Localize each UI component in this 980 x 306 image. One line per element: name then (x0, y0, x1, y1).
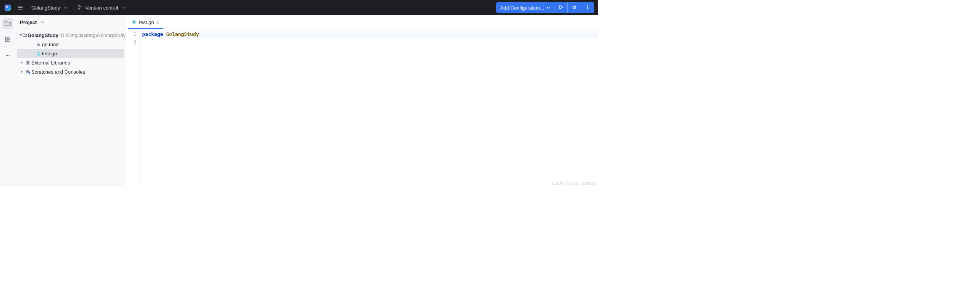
svg-point-19 (587, 8, 588, 9)
svg-point-2 (6, 6, 7, 7)
editor-tab-test-go[interactable]: test.go× (128, 16, 163, 29)
tree-label: test.go (42, 51, 57, 56)
tree-label: GolangStudy (28, 32, 58, 38)
debug-button[interactable] (567, 2, 581, 13)
tree-icon (24, 60, 31, 65)
main-menu-button[interactable] (15, 3, 25, 13)
editor[interactable]: 12 package GolangStudy (126, 29, 598, 187)
tree-scratches-and-consoles[interactable]: Scratches and Consoles (17, 67, 124, 76)
svg-point-33 (38, 53, 38, 53)
project-tool-window: Project GolangStudyD:\DingJiaxiong\Golan… (15, 15, 126, 187)
tool-window-stripe (0, 15, 15, 187)
tree-icon (35, 42, 42, 47)
project-name-dropdown[interactable]: GolangStudy (28, 3, 71, 12)
svg-rect-0 (5, 5, 11, 11)
svg-point-7 (79, 8, 80, 9)
svg-point-24 (5, 55, 6, 56)
title-bar: GolangStudy Version control Add Configur… (0, 0, 598, 15)
svg-point-6 (79, 5, 80, 6)
svg-point-42 (133, 20, 136, 24)
line-number: 2 (126, 38, 136, 46)
folder-icon (4, 20, 11, 28)
svg-point-26 (8, 55, 10, 56)
chevron-down-icon (122, 5, 126, 11)
svg-rect-22 (5, 40, 7, 42)
svg-rect-35 (26, 61, 28, 64)
more-tools-button[interactable] (2, 50, 13, 61)
project-tool-button[interactable] (2, 18, 13, 29)
tree-icon (24, 69, 31, 74)
editor-tabs: test.go× (126, 15, 598, 29)
code-line[interactable] (142, 38, 598, 46)
tree-path: D:\DingJiaxiong\GolangStudy (61, 32, 126, 38)
svg-point-41 (29, 72, 31, 74)
editor-area: test.go× 12 package GolangStudy (126, 15, 598, 187)
svg-rect-36 (28, 61, 29, 64)
tree-file-test-go[interactable]: test.go (17, 49, 124, 58)
svg-point-34 (39, 53, 39, 53)
line-number: 1 (126, 31, 136, 38)
project-view-label: Project (20, 19, 37, 25)
kebab-icon (585, 5, 590, 11)
project-tree: GolangStudyD:\DingJiaxiong\GolangStudygo… (15, 29, 126, 187)
tree-icon (35, 51, 42, 56)
run-button[interactable] (554, 2, 567, 13)
structure-icon (5, 36, 11, 43)
tab-label: test.go (139, 19, 154, 25)
tree-label: External Libraries (31, 60, 70, 66)
branch-icon (78, 5, 83, 11)
chevron-down-icon (546, 5, 550, 11)
tree-label: Scratches and Consoles (31, 69, 85, 75)
svg-point-45 (133, 21, 134, 22)
svg-line-13 (573, 6, 574, 6)
svg-point-17 (587, 5, 588, 6)
svg-rect-23 (8, 40, 10, 42)
more-actions-button[interactable] (581, 2, 594, 13)
bug-icon (572, 5, 577, 11)
gutter: 12 (126, 29, 140, 187)
tree-external-libraries[interactable]: External Libraries (17, 58, 124, 67)
svg-rect-20 (5, 37, 7, 39)
tree-label: go.mod (42, 42, 58, 47)
play-icon (558, 5, 564, 11)
run-config-label: Add Configuration... (500, 5, 544, 11)
run-config-dropdown[interactable]: Add Configuration... (496, 2, 554, 13)
vcs-label: Version control (85, 5, 118, 11)
goland-logo-icon (4, 4, 11, 11)
run-toolbar: Add Configuration... (496, 2, 594, 13)
expand-arrow-icon (19, 34, 22, 37)
gopher-icon (131, 19, 137, 26)
svg-line-15 (573, 8, 574, 9)
chevron-down-icon (40, 19, 44, 25)
svg-point-25 (7, 55, 8, 56)
svg-line-16 (575, 8, 576, 9)
tree-root[interactable]: GolangStudyD:\DingJiaxiong\GolangStudy (17, 31, 124, 40)
chevron-down-icon (64, 5, 68, 11)
ellipsis-icon (5, 52, 11, 60)
svg-point-18 (587, 6, 588, 7)
tree-file-go-mod[interactable]: go.mod (17, 40, 124, 49)
tree-icon (22, 32, 28, 38)
svg-line-14 (575, 6, 576, 6)
watermark: CSDN @Ding Jiaxiong (552, 181, 595, 185)
code-area[interactable]: package GolangStudy (140, 29, 598, 187)
project-view-dropdown[interactable]: Project (15, 15, 126, 29)
vcs-dropdown[interactable]: Version control (74, 3, 130, 13)
close-tab-button[interactable]: × (156, 19, 159, 26)
svg-point-46 (134, 21, 135, 22)
structure-tool-button[interactable] (2, 34, 13, 45)
svg-point-30 (37, 52, 40, 56)
expand-arrow-icon (19, 61, 24, 64)
code-line[interactable]: package GolangStudy (142, 31, 598, 38)
expand-arrow-icon (19, 70, 24, 73)
svg-rect-21 (8, 37, 10, 39)
project-name-label: GolangStudy (31, 5, 60, 11)
svg-rect-37 (29, 61, 30, 64)
